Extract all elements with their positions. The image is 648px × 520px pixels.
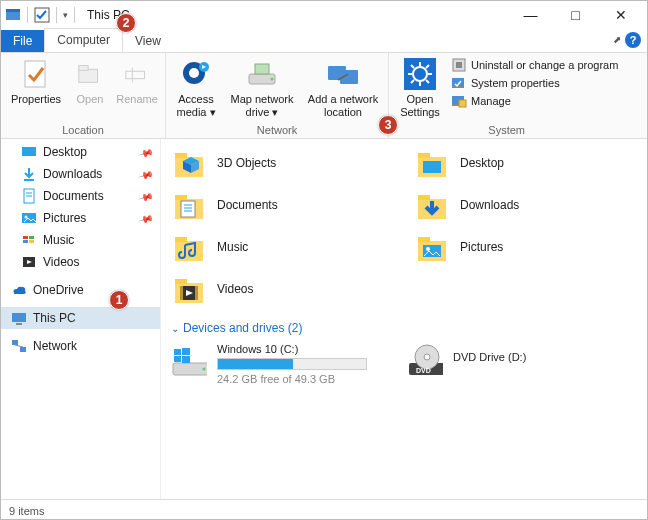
svg-point-13 [271,78,274,81]
svg-rect-74 [195,286,198,300]
svg-rect-54 [418,153,430,158]
svg-point-76 [203,368,206,371]
downloads-icon [21,166,37,182]
add-location-icon [304,57,382,91]
properties-button[interactable]: Properties [7,57,65,106]
dvd-drive-icon: DVD [407,343,443,379]
folder-3d-objects[interactable]: 3D Objects [171,145,394,181]
minimize-ribbon-icon[interactable]: ⬈ [613,34,621,45]
videos-folder-icon [171,271,207,307]
svg-rect-55 [423,161,441,173]
svg-line-50 [15,345,23,347]
tab-computer[interactable]: Computer [44,28,123,52]
music-icon [21,232,37,248]
folder-desktop[interactable]: Desktop [414,145,637,181]
svg-rect-73 [180,286,183,300]
pin-icon: 📌 [138,144,154,160]
sidebar-item-music[interactable]: Music [1,229,160,251]
svg-rect-57 [175,195,187,200]
rename-button[interactable]: Rename [115,57,159,106]
documents-folder-icon [171,187,207,223]
network-icon [11,338,27,354]
svg-rect-47 [16,323,22,325]
maximize-button[interactable]: □ [553,2,598,28]
svg-rect-4 [79,69,98,82]
svg-rect-65 [175,237,187,242]
svg-rect-28 [456,62,462,68]
annotation-badge-3: 3 [378,115,398,135]
rename-icon [115,57,159,91]
content-area: Desktop📌 Downloads📌 Documents📌 Pictures📌… [1,139,647,499]
folder-documents[interactable]: Documents [171,187,394,223]
svg-rect-6 [126,71,145,78]
properties-icon [7,57,65,91]
sidebar-item-downloads[interactable]: Downloads📌 [1,163,160,185]
drive-c-usage-bar [217,358,367,370]
pin-icon: 📌 [138,188,154,204]
annotation-badge-1: 1 [109,290,129,310]
sidebar-item-videos[interactable]: Videos [1,251,160,273]
sidebar-item-onedrive[interactable]: OneDrive [1,279,160,301]
svg-rect-3 [25,61,45,87]
3d-objects-icon [171,145,207,181]
system-properties-icon [451,75,467,91]
folder-pictures[interactable]: Pictures [414,229,637,265]
item-count: 9 items [9,505,44,517]
add-network-location-button[interactable]: Add a network location [304,57,382,119]
map-network-drive-button[interactable]: Map network drive ▾ [226,57,298,119]
desktop-icon [21,144,37,160]
svg-rect-80 [182,356,190,363]
folder-music[interactable]: Music [171,229,394,265]
help-icon[interactable]: ? [625,32,641,48]
tab-file[interactable]: File [1,30,44,52]
svg-rect-46 [12,313,26,322]
ribbon-group-location: Properties Open Rename Location [1,53,166,138]
ribbon-group-network: Access media ▾ Map network drive ▾ Add a… [166,53,389,138]
minimize-button[interactable]: — [508,2,553,28]
folder-videos[interactable]: Videos [171,271,394,307]
svg-rect-5 [79,66,88,71]
drive-c-free-text: 24.2 GB free of 49.3 GB [217,373,367,385]
svg-rect-34 [22,147,36,156]
system-properties-button[interactable]: System properties [451,75,618,91]
svg-rect-44 [29,240,34,243]
chevron-down-icon: ⌄ [171,323,179,334]
svg-rect-52 [175,153,187,158]
map-drive-icon [226,57,298,91]
quick-down-icon[interactable]: ▾ [63,10,68,20]
pictures-icon [21,210,37,226]
pictures-folder-icon [414,229,450,265]
svg-rect-77 [174,349,181,355]
svg-rect-75 [173,363,207,375]
svg-rect-1 [6,9,20,12]
close-button[interactable]: ✕ [598,2,643,28]
sidebar-item-network[interactable]: Network [1,335,160,357]
access-media-button[interactable]: Access media ▾ [172,57,220,119]
svg-rect-63 [418,195,430,200]
this-pc-icon [11,310,27,326]
sidebar-item-this-pc[interactable]: This PC [1,307,160,329]
drive-c[interactable]: Windows 10 (C:) 24.2 GB free of 49.3 GB [171,343,367,385]
sidebar-item-pictures[interactable]: Pictures📌 [1,207,160,229]
ribbon-group-system: Open Settings Uninstall or change a prog… [389,53,624,138]
pin-icon: 📌 [138,166,154,182]
svg-rect-12 [255,64,269,74]
uninstall-program-button[interactable]: Uninstall or change a program [451,57,618,73]
devices-section-header[interactable]: ⌄ Devices and drives (2) [171,321,637,335]
documents-icon [21,188,37,204]
folder-downloads[interactable]: Downloads [414,187,637,223]
downloads-folder-icon [414,187,450,223]
drive-c-name: Windows 10 (C:) [217,343,367,355]
svg-rect-48 [12,340,18,345]
tab-view[interactable]: View [123,30,173,52]
app-icon [5,7,21,23]
drive-c-icon [171,343,207,379]
open-settings-button[interactable]: Open Settings [395,57,445,119]
sidebar-item-desktop[interactable]: Desktop📌 [1,141,160,163]
quick-access-checkbox-icon[interactable] [34,7,50,23]
sidebar-item-documents[interactable]: Documents📌 [1,185,160,207]
open-button[interactable]: Open [71,57,109,106]
desktop-folder-icon [414,145,450,181]
manage-button[interactable]: Manage [451,93,618,109]
drive-d[interactable]: DVD DVD Drive (D:) [407,343,526,385]
